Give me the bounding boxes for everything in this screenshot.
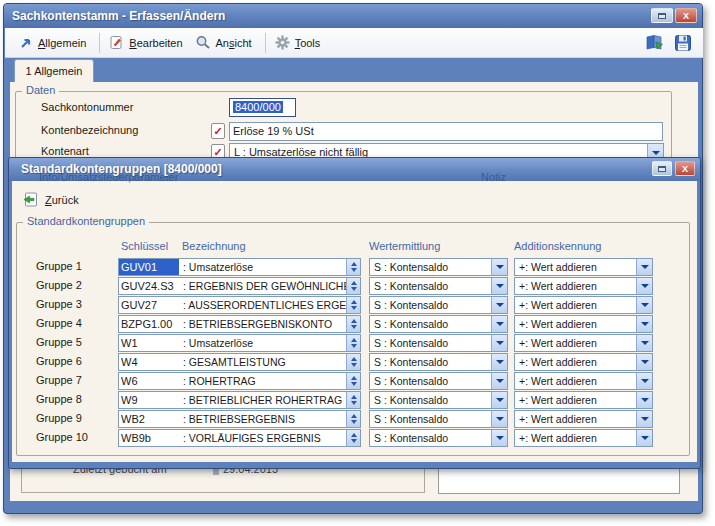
spin-down-icon[interactable] <box>351 363 357 367</box>
spinner-button[interactable] <box>346 335 360 351</box>
dialog-restore-button[interactable] <box>652 161 672 176</box>
restore-button[interactable] <box>651 8 673 23</box>
spinner-button[interactable] <box>346 392 360 408</box>
zurueck-button[interactable]: Zurück <box>20 190 85 209</box>
kontenbezeichnung-input[interactable]: Erlöse 19 % USt <box>229 122 663 141</box>
dropdown-arrow-icon[interactable] <box>636 278 652 294</box>
spin-up-icon[interactable] <box>351 376 357 380</box>
spin-down-icon[interactable] <box>351 287 357 291</box>
dropdown-arrow-icon[interactable] <box>491 373 507 389</box>
dropdown-arrow-icon[interactable] <box>491 335 507 351</box>
spin-down-icon[interactable] <box>351 439 357 443</box>
spin-up-icon[interactable] <box>351 262 357 266</box>
wertermittlung-select[interactable]: S : Kontensaldo <box>369 277 508 295</box>
wertermittlung-select[interactable]: S : Kontensaldo <box>369 429 508 447</box>
schluessel-input[interactable]: WB9b <box>119 430 179 446</box>
additionskennung-select[interactable]: +: Wert addieren <box>514 372 653 390</box>
schluessel-field[interactable]: WB2 : BETRIEBSERGEBNIS <box>118 410 361 428</box>
spin-up-icon[interactable] <box>351 395 357 399</box>
additionskennung-select[interactable]: +: Wert addieren <box>514 391 653 409</box>
dropdown-arrow-icon[interactable] <box>636 411 652 427</box>
schluessel-input[interactable]: BZPG1.00 <box>119 316 179 332</box>
menu-allgemein[interactable]: Allgemein <box>15 33 94 53</box>
tab-allgemein[interactable]: 1 Allgemein <box>14 59 94 82</box>
dropdown-arrow-icon[interactable] <box>491 316 507 332</box>
schluessel-input[interactable]: GUV24.S3 <box>119 278 179 294</box>
dropdown-arrow-icon[interactable] <box>491 297 507 313</box>
dropdown-arrow-icon[interactable] <box>636 354 652 370</box>
spin-up-icon[interactable] <box>351 338 357 342</box>
dropdown-arrow-icon[interactable] <box>636 297 652 313</box>
schluessel-field[interactable]: GUV24.S3 : ERGEBNIS DER GEWÖHNLICHEN GES <box>118 277 361 295</box>
schluessel-input[interactable]: WB2 <box>119 411 179 427</box>
dropdown-arrow-icon[interactable] <box>636 259 652 275</box>
schluessel-input[interactable]: W6 <box>119 373 179 389</box>
wertermittlung-select[interactable]: S : Kontensaldo <box>369 258 508 276</box>
schluessel-input[interactable]: W9 <box>119 392 179 408</box>
dropdown-arrow-icon[interactable] <box>491 392 507 408</box>
wertermittlung-select[interactable]: S : Kontensaldo <box>369 296 508 314</box>
spin-down-icon[interactable] <box>351 325 357 329</box>
dropdown-arrow-icon[interactable] <box>636 392 652 408</box>
schluessel-field[interactable]: W6 : ROHERTRAG <box>118 372 361 390</box>
main-titlebar[interactable]: Sachkontenstamm - Erfassen/Ändern X <box>4 4 702 28</box>
schluessel-input[interactable]: W1 <box>119 335 179 351</box>
spinner-button[interactable] <box>346 430 360 446</box>
spin-up-icon[interactable] <box>351 433 357 437</box>
spin-down-icon[interactable] <box>351 306 357 310</box>
spinner-button[interactable] <box>346 373 360 389</box>
additionskennung-select[interactable]: +: Wert addieren <box>514 334 653 352</box>
dropdown-arrow-icon[interactable] <box>491 259 507 275</box>
book-globe-icon[interactable] <box>645 34 664 52</box>
spinner-button[interactable] <box>346 259 360 275</box>
wertermittlung-select[interactable]: S : Kontensaldo <box>369 391 508 409</box>
dropdown-arrow-icon[interactable] <box>636 430 652 446</box>
dialog-close-button[interactable]: X <box>675 161 695 176</box>
schluessel-field[interactable]: W9 : BETRIEBLICHER ROHERTRAG <box>118 391 361 409</box>
dialog-titlebar[interactable]: Standardkontengruppen [8400/000] X <box>9 158 700 181</box>
dropdown-arrow-icon[interactable] <box>636 316 652 332</box>
menu-ansicht[interactable]: Ansicht <box>191 32 260 53</box>
spin-up-icon[interactable] <box>351 414 357 418</box>
close-button[interactable]: X <box>675 8 697 23</box>
schluessel-input[interactable]: GUV01 <box>119 259 179 275</box>
schluessel-input[interactable]: W4 <box>119 354 179 370</box>
spinner-button[interactable] <box>346 354 360 370</box>
additionskennung-select[interactable]: +: Wert addieren <box>514 410 653 428</box>
additionskennung-select[interactable]: +: Wert addieren <box>514 315 653 333</box>
menu-tools[interactable]: Tools <box>271 32 329 53</box>
additionskennung-select[interactable]: +: Wert addieren <box>514 296 653 314</box>
spinner-button[interactable] <box>346 278 360 294</box>
spin-down-icon[interactable] <box>351 401 357 405</box>
dropdown-arrow-icon[interactable] <box>636 373 652 389</box>
dropdown-arrow-icon[interactable] <box>491 430 507 446</box>
spin-down-icon[interactable] <box>351 344 357 348</box>
dropdown-arrow-icon[interactable] <box>491 411 507 427</box>
schluessel-field[interactable]: WB9b : VORLÄUFIGES ERGEBNIS <box>118 429 361 447</box>
spinner-button[interactable] <box>346 316 360 332</box>
schluessel-field[interactable]: GUV27 : AUSSERORDENTLICHES ERGEBNIS <box>118 296 361 314</box>
schluessel-field[interactable]: W1 : Umsatzerlöse <box>118 334 361 352</box>
additionskennung-select[interactable]: +: Wert addieren <box>514 277 653 295</box>
spin-up-icon[interactable] <box>351 300 357 304</box>
schluessel-field[interactable]: GUV01 : Umsatzerlöse <box>118 258 361 276</box>
wertermittlung-select[interactable]: S : Kontensaldo <box>369 410 508 428</box>
spinner-button[interactable] <box>346 297 360 313</box>
schluessel-field[interactable]: W4 : GESAMTLEISTUNG <box>118 353 361 371</box>
wertermittlung-select[interactable]: S : Kontensaldo <box>369 334 508 352</box>
spin-down-icon[interactable] <box>351 382 357 386</box>
wertermittlung-select[interactable]: S : Kontensaldo <box>369 353 508 371</box>
wertermittlung-select[interactable]: S : Kontensaldo <box>369 372 508 390</box>
dropdown-arrow-icon[interactable] <box>636 335 652 351</box>
spin-up-icon[interactable] <box>351 319 357 323</box>
save-floppy-icon[interactable] <box>674 34 693 52</box>
spin-down-icon[interactable] <box>351 268 357 272</box>
dropdown-arrow-icon[interactable] <box>491 278 507 294</box>
spinner-button[interactable] <box>346 411 360 427</box>
wertermittlung-select[interactable]: S : Kontensaldo <box>369 315 508 333</box>
schluessel-field[interactable]: BZPG1.00 : BETRIEBSERGEBNISKONTO <box>118 315 361 333</box>
additionskennung-select[interactable]: +: Wert addieren <box>514 353 653 371</box>
menu-bearbeiten[interactable]: Bearbeiten <box>105 32 190 53</box>
schluessel-input[interactable]: GUV27 <box>119 297 179 313</box>
spin-up-icon[interactable] <box>351 357 357 361</box>
